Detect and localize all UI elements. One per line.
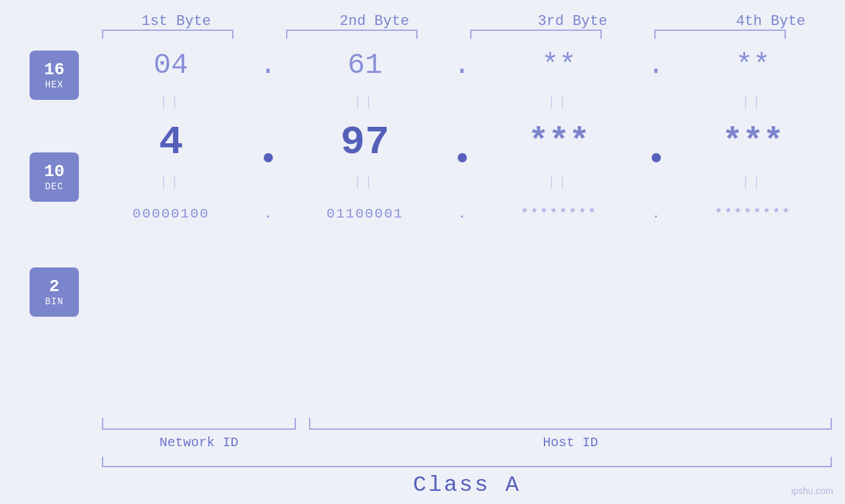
badges-column: 16 HEX 10 DEC 2 BIN [30,39,85,317]
bracket-byte4 [654,30,786,39]
dec-row: 4 97 *** *** [92,112,832,172]
page-container: 1st Byte 2nd Byte 3rd Byte 4th Byte 16 H… [0,0,845,504]
dec-sep1 [250,112,286,172]
eq-row1: || || || || [92,91,832,112]
eq2-byte4: || [674,175,832,189]
hex-byte4: ** [674,49,832,81]
eq-row2: || || || || [92,172,832,193]
dec-byte4: *** [674,123,832,162]
hex-sep1: . [250,49,286,81]
eq1-byte1: || [92,95,250,108]
dec-byte2: 97 [286,119,444,166]
badge-bin: 2 BIN [30,267,79,317]
bin-byte2: 01100001 [286,206,444,221]
bin-sep3: . [638,206,674,221]
dec-dot2 [458,153,467,162]
class-label: Class A [102,472,832,497]
class-section: Class A [102,457,832,497]
bin-byte3: ******** [480,206,638,221]
bracket-byte2 [286,30,418,39]
bottom-labels-row: Network ID Host ID [102,435,832,450]
eq2-byte1: || [92,175,250,189]
watermark: ipshu.com [791,486,833,496]
network-id-bracket [102,418,296,430]
bin-sep2: . [444,206,480,221]
byte-headers: 1st Byte 2nd Byte 3rd Byte 4th Byte [102,13,845,30]
bin-row: 00000100 . 01100001 . ******** . *******… [92,193,832,235]
dec-byte3: *** [480,123,638,162]
dec-sep3 [638,112,674,172]
top-brackets [102,30,845,39]
badge-hex: 16 HEX [30,51,79,100]
values-column: 04 . 61 . ** . ** || || || || 4 [92,39,832,235]
dec-byte1: 4 [92,119,250,166]
eq1-byte2: || [286,95,444,108]
bin-byte4: ******** [674,206,832,221]
byte4-header: 4th Byte [696,13,845,30]
byte3-header: 3rd Byte [498,13,647,30]
bottom-section: Network ID Host ID [102,418,832,450]
bin-byte1: 00000100 [92,206,250,221]
bracket-byte3 [470,30,602,39]
hex-byte1: 04 [92,49,250,81]
hex-byte2: 61 [286,49,444,81]
host-id-bracket [309,418,832,430]
hex-row: 04 . 61 . ** . ** [92,39,832,91]
bottom-bracket-row [102,418,832,430]
class-bracket-line [102,457,832,467]
byte2-header: 2nd Byte [300,13,448,30]
dec-sep2 [444,112,480,172]
hex-sep2: . [444,49,480,81]
middle-section: 16 HEX 10 DEC 2 BIN 04 . 61 . ** . ** [30,39,832,418]
dec-dot1 [264,153,273,162]
eq1-byte4: || [674,95,832,108]
eq2-byte3: || [480,175,638,189]
badge-dec: 10 DEC [30,152,79,202]
bin-sep1: . [250,206,286,221]
byte1-header: 1st Byte [102,13,251,30]
dec-dot3 [652,153,661,162]
eq2-byte2: || [286,175,444,189]
network-id-label: Network ID [102,435,296,450]
bracket-byte1 [102,30,233,39]
hex-byte3: ** [480,49,638,81]
host-id-label: Host ID [309,435,832,450]
hex-sep3: . [638,49,674,81]
eq1-byte3: || [480,95,638,108]
